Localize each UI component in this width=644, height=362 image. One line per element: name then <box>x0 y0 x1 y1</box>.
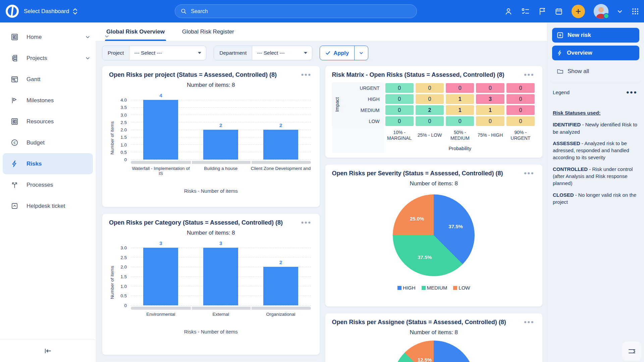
sidebar-item-label: Gantt <box>26 76 41 83</box>
x-axis-label: Waterfall - Implementation of IS <box>131 166 191 176</box>
matrix-cell: 0 <box>385 94 414 104</box>
pie-legend: HIGH MEDIUM LOW <box>332 285 536 291</box>
apps-grid-icon[interactable] <box>631 7 639 15</box>
tab-global-risk-overview[interactable]: Global Risk Overview <box>105 22 166 41</box>
card-menu-button[interactable]: ●●● <box>523 319 536 325</box>
card-title: Open Risks per Severity (Status = Assess… <box>332 170 503 177</box>
sidebar-item-resources[interactable]: Resources <box>0 111 96 132</box>
tabs-collapse-chevron-icon[interactable] <box>104 34 109 39</box>
bar-slot: 2 <box>251 248 311 305</box>
matrix-cell: 0 <box>476 116 504 126</box>
tab-global-risk-register[interactable]: Global Risk Register <box>181 22 235 41</box>
sidebar-item-risks[interactable]: Risks <box>3 153 93 174</box>
dashboard-icon <box>11 33 18 41</box>
legend-status-assessed: ASSESSED - Analyzed risk to be adressed,… <box>553 140 639 161</box>
card-menu-button[interactable]: ●●● <box>523 170 536 176</box>
sidebar-item-label: Helpdesk ticket <box>26 203 65 209</box>
collapse-sidebar-icon[interactable] <box>44 347 52 355</box>
legend-menu-button[interactable]: ●●● <box>625 89 639 95</box>
card-title: Risk Matrix - Open Risks (Status = Asses… <box>332 71 504 78</box>
bars-layer: 332 <box>131 248 311 305</box>
matrix-cell: 0 <box>506 94 535 104</box>
matrix-column-label: 75% - HIGH <box>475 127 505 144</box>
x-scroll-track[interactable] <box>131 161 311 164</box>
apply-dropdown-button[interactable] <box>355 46 368 60</box>
sidebar-item-processes[interactable]: Processes <box>0 174 96 195</box>
new-risk-button[interactable]: New risk <box>552 28 639 43</box>
y-tick-label: 3.0 <box>120 245 127 250</box>
department-filter-select[interactable]: --- Select --- <box>252 46 312 60</box>
apply-button[interactable]: Apply <box>320 46 355 60</box>
collapse-panel-button[interactable] <box>622 342 641 361</box>
matrix-column-label: 90% - URGENT <box>505 127 536 144</box>
svg-text:€: € <box>13 141 16 145</box>
x-scroll-track[interactable] <box>131 307 311 310</box>
gantt-icon <box>11 75 18 83</box>
matrix-cell: 0 <box>385 116 414 126</box>
tasks-checklist-icon[interactable] <box>521 7 530 15</box>
user-avatar[interactable] <box>594 4 608 19</box>
sidebar-item-gantt[interactable]: Gantt <box>0 69 96 90</box>
sidebar-item-milestones[interactable]: Milestones <box>0 90 96 111</box>
divider <box>552 83 639 83</box>
department-filter-group: Department --- Select --- <box>214 46 312 60</box>
bar-value-label: 3 <box>219 240 222 246</box>
sidebar-item-label: Risks <box>26 161 42 167</box>
department-filter-label: Department <box>214 46 252 60</box>
sidebar-item-label: Resources <box>26 118 54 125</box>
project-filter-select[interactable]: --- Select --- <box>129 46 206 60</box>
x-axis-label: Client Zone Development and <box>251 166 311 176</box>
projects-tree-icon <box>11 54 18 62</box>
lightning-icon <box>557 50 563 56</box>
card-menu-button[interactable]: ●●● <box>300 71 313 77</box>
apply-button-group: Apply <box>320 46 368 60</box>
x-axis-label: Organizational <box>251 312 311 317</box>
flag-icon[interactable] <box>539 7 546 15</box>
legend-status-identified: IDENTIFIED - Newly identified Risk to be… <box>553 121 639 135</box>
matrix-cell: 0 <box>416 94 444 104</box>
matrix-cell: 0 <box>385 83 414 93</box>
matrix-cell: 0 <box>476 83 504 93</box>
chart-subtitle: Number of items: 8 <box>332 180 536 187</box>
matrix-column-label: 25% - LOW <box>415 127 445 144</box>
pie-slice-label: 25.0% <box>410 216 424 221</box>
quick-add-button[interactable] <box>572 5 585 18</box>
folder-icon <box>557 68 564 74</box>
show-all-button[interactable]: Show all <box>552 63 639 79</box>
matrix-column-label: 10% - MARGINAL <box>384 127 415 144</box>
y-tick-label: 1.0 <box>120 142 127 147</box>
y-tick-label: 0.5 <box>120 149 127 155</box>
user-icon[interactable] <box>504 7 513 15</box>
matrix-row-label: HIGH <box>342 94 384 105</box>
matrix-row-label: URGENT <box>342 82 384 94</box>
sidebar-item-projects[interactable]: Projects <box>0 48 96 69</box>
chevron-down-icon[interactable] <box>617 9 623 14</box>
legend-heading: Risk Statuses used: <box>553 109 639 116</box>
sidebar-item-helpdesk-ticket[interactable]: Helpdesk ticket <box>0 195 96 217</box>
milestone-flag-icon <box>11 97 18 104</box>
chart-subtitle: Number of items: 8 <box>109 230 313 236</box>
overview-button[interactable]: Overview <box>552 46 639 60</box>
matrix-cell: 3 <box>476 94 504 104</box>
global-search[interactable] <box>175 4 417 18</box>
y-tick-label: 1.5 <box>120 274 127 279</box>
search-input[interactable] <box>190 8 393 15</box>
sidebar-item-label: Budget <box>26 139 45 146</box>
caret-down-icon <box>198 52 201 54</box>
matrix-cell: 0 <box>416 83 444 93</box>
assignee-pie-chart: 12.5% <box>393 341 475 362</box>
sidebar-item-label: Milestones <box>26 97 54 104</box>
sidebar-item-budget[interactable]: € Budget <box>0 132 96 153</box>
app-logo-icon[interactable] <box>5 4 19 18</box>
card-menu-button[interactable]: ●●● <box>523 71 536 77</box>
bar <box>143 100 178 160</box>
dashboard-selector[interactable]: Select Dashboard <box>24 8 78 15</box>
matrix-cell: 0 <box>446 116 474 126</box>
sidebar-item-home[interactable]: Home <box>0 26 96 48</box>
calendar-icon[interactable] <box>555 7 563 15</box>
legend-swatch-medium <box>422 286 426 290</box>
card-menu-button[interactable]: ●●● <box>300 219 313 225</box>
bar-value-label: 2 <box>279 259 282 265</box>
chevron-down-icon <box>85 35 90 40</box>
online-status-dot <box>603 13 609 19</box>
